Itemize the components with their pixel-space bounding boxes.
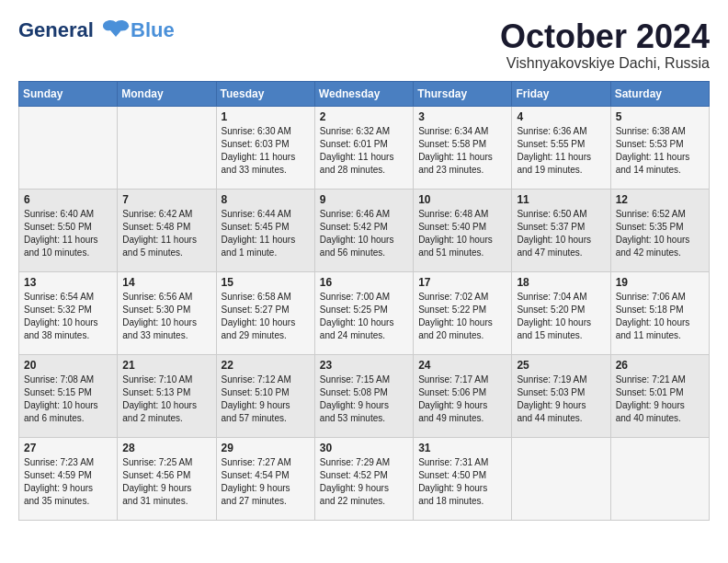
day-info: Sunrise: 7:06 AM Sunset: 5:18 PM Dayligh… — [616, 291, 704, 342]
day-info: Sunrise: 6:30 AM Sunset: 6:03 PM Dayligh… — [222, 125, 310, 177]
calendar-cell: 21Sunrise: 7:10 AM Sunset: 5:13 PM Dayli… — [118, 354, 216, 437]
calendar-week-row: 1Sunrise: 6:30 AM Sunset: 6:03 PM Daylig… — [19, 106, 710, 189]
day-number: 31 — [418, 442, 506, 454]
day-number: 1 — [222, 110, 310, 123]
calendar-cell — [19, 106, 118, 189]
day-info: Sunrise: 6:54 AM Sunset: 5:32 PM Dayligh… — [24, 291, 112, 342]
day-number: 24 — [418, 359, 506, 372]
day-info: Sunrise: 7:19 AM Sunset: 5:03 PM Dayligh… — [517, 373, 605, 425]
day-number: 17 — [418, 276, 506, 289]
calendar-week-row: 13Sunrise: 6:54 AM Sunset: 5:32 PM Dayli… — [19, 271, 710, 354]
calendar-cell: 30Sunrise: 7:29 AM Sunset: 4:52 PM Dayli… — [314, 437, 413, 520]
day-info: Sunrise: 7:31 AM Sunset: 4:50 PM Dayligh… — [418, 456, 506, 508]
day-number: 18 — [517, 276, 605, 289]
day-info: Sunrise: 7:04 AM Sunset: 5:20 PM Dayligh… — [517, 291, 605, 342]
weekday-header: Sunday — [19, 81, 118, 106]
calendar-cell: 15Sunrise: 6:58 AM Sunset: 5:27 PM Dayli… — [216, 271, 314, 354]
logo-bird-icon — [101, 18, 131, 44]
location-text: Vishnyakovskiye Dachi, Russia — [500, 55, 710, 72]
day-number: 27 — [24, 442, 112, 454]
calendar-cell: 25Sunrise: 7:19 AM Sunset: 5:03 PM Dayli… — [512, 354, 610, 437]
weekday-header: Monday — [118, 81, 216, 106]
calendar-cell: 9Sunrise: 6:46 AM Sunset: 5:42 PM Daylig… — [314, 189, 413, 271]
calendar-cell: 19Sunrise: 7:06 AM Sunset: 5:18 PM Dayli… — [610, 271, 709, 354]
calendar-table: SundayMondayTuesdayWednesdayThursdayFrid… — [18, 81, 710, 521]
calendar-cell: 27Sunrise: 7:23 AM Sunset: 4:59 PM Dayli… — [19, 437, 118, 520]
calendar-cell: 2Sunrise: 6:32 AM Sunset: 6:01 PM Daylig… — [314, 106, 413, 189]
calendar-cell: 28Sunrise: 7:25 AM Sunset: 4:56 PM Dayli… — [118, 437, 216, 520]
calendar-cell: 8Sunrise: 6:44 AM Sunset: 5:45 PM Daylig… — [216, 189, 314, 271]
weekday-header: Friday — [512, 81, 610, 106]
day-number: 10 — [418, 193, 506, 206]
page-header: General Blue October 2024 Vishnyakovskiy… — [18, 18, 710, 72]
calendar-cell: 10Sunrise: 6:48 AM Sunset: 5:40 PM Dayli… — [414, 189, 512, 271]
calendar-cell: 17Sunrise: 7:02 AM Sunset: 5:22 PM Dayli… — [414, 271, 512, 354]
day-number: 21 — [122, 359, 210, 372]
logo-blue-text: Blue — [131, 19, 175, 41]
calendar-cell: 7Sunrise: 6:42 AM Sunset: 5:48 PM Daylig… — [118, 189, 216, 271]
day-number: 22 — [222, 359, 310, 372]
calendar-cell: 20Sunrise: 7:08 AM Sunset: 5:15 PM Dayli… — [19, 354, 118, 437]
day-number: 28 — [122, 442, 210, 454]
day-info: Sunrise: 6:36 AM Sunset: 5:55 PM Dayligh… — [517, 125, 605, 177]
weekday-header: Wednesday — [314, 81, 413, 106]
day-info: Sunrise: 6:38 AM Sunset: 5:53 PM Dayligh… — [616, 125, 704, 177]
day-info: Sunrise: 6:56 AM Sunset: 5:30 PM Dayligh… — [122, 291, 210, 342]
calendar-cell: 12Sunrise: 6:52 AM Sunset: 5:35 PM Dayli… — [610, 189, 709, 271]
day-number: 19 — [616, 276, 704, 289]
weekday-header: Saturday — [610, 81, 709, 106]
calendar-cell: 14Sunrise: 6:56 AM Sunset: 5:30 PM Dayli… — [118, 271, 216, 354]
day-info: Sunrise: 7:21 AM Sunset: 5:01 PM Dayligh… — [616, 373, 704, 425]
day-info: Sunrise: 7:15 AM Sunset: 5:08 PM Dayligh… — [320, 373, 408, 425]
calendar-cell: 1Sunrise: 6:30 AM Sunset: 6:03 PM Daylig… — [216, 106, 314, 189]
day-info: Sunrise: 7:27 AM Sunset: 4:54 PM Dayligh… — [222, 456, 310, 508]
calendar-cell: 23Sunrise: 7:15 AM Sunset: 5:08 PM Dayli… — [314, 354, 413, 437]
calendar-cell: 16Sunrise: 7:00 AM Sunset: 5:25 PM Dayli… — [314, 271, 413, 354]
day-number: 16 — [320, 276, 408, 289]
day-info: Sunrise: 6:50 AM Sunset: 5:37 PM Dayligh… — [517, 208, 605, 259]
calendar-week-row: 6Sunrise: 6:40 AM Sunset: 5:50 PM Daylig… — [19, 189, 710, 271]
calendar-body: 1Sunrise: 6:30 AM Sunset: 6:03 PM Daylig… — [19, 106, 710, 520]
day-number: 11 — [517, 193, 605, 206]
day-number: 13 — [24, 276, 112, 289]
calendar-cell: 29Sunrise: 7:27 AM Sunset: 4:54 PM Dayli… — [216, 437, 314, 520]
day-number: 20 — [24, 359, 112, 372]
day-info: Sunrise: 7:23 AM Sunset: 4:59 PM Dayligh… — [24, 456, 112, 508]
calendar-cell: 26Sunrise: 7:21 AM Sunset: 5:01 PM Dayli… — [610, 354, 709, 437]
day-number: 7 — [122, 193, 210, 206]
day-info: Sunrise: 6:48 AM Sunset: 5:40 PM Dayligh… — [418, 208, 506, 259]
weekday-header: Thursday — [414, 81, 512, 106]
calendar-cell: 4Sunrise: 6:36 AM Sunset: 5:55 PM Daylig… — [512, 106, 610, 189]
day-number: 12 — [616, 193, 704, 206]
day-number: 26 — [616, 359, 704, 372]
weekday-row: SundayMondayTuesdayWednesdayThursdayFrid… — [19, 81, 710, 106]
logo-text: General — [18, 18, 131, 44]
day-info: Sunrise: 6:40 AM Sunset: 5:50 PM Dayligh… — [24, 208, 112, 259]
day-number: 23 — [320, 359, 408, 372]
day-info: Sunrise: 7:17 AM Sunset: 5:06 PM Dayligh… — [418, 373, 506, 425]
logo: General Blue — [18, 18, 175, 44]
day-number: 8 — [222, 193, 310, 206]
calendar-week-row: 27Sunrise: 7:23 AM Sunset: 4:59 PM Dayli… — [19, 437, 710, 520]
day-info: Sunrise: 7:10 AM Sunset: 5:13 PM Dayligh… — [122, 373, 210, 425]
day-number: 6 — [24, 193, 112, 206]
day-info: Sunrise: 7:12 AM Sunset: 5:10 PM Dayligh… — [222, 373, 310, 425]
calendar-cell: 31Sunrise: 7:31 AM Sunset: 4:50 PM Dayli… — [414, 437, 512, 520]
calendar-cell — [118, 106, 216, 189]
day-number: 2 — [320, 110, 408, 123]
day-number: 29 — [222, 442, 310, 454]
day-info: Sunrise: 6:44 AM Sunset: 5:45 PM Dayligh… — [222, 208, 310, 259]
day-info: Sunrise: 7:02 AM Sunset: 5:22 PM Dayligh… — [418, 291, 506, 342]
day-info: Sunrise: 7:00 AM Sunset: 5:25 PM Dayligh… — [320, 291, 408, 342]
calendar-cell — [610, 437, 709, 520]
day-info: Sunrise: 6:32 AM Sunset: 6:01 PM Dayligh… — [320, 125, 408, 177]
calendar-cell: 18Sunrise: 7:04 AM Sunset: 5:20 PM Dayli… — [512, 271, 610, 354]
calendar-cell: 22Sunrise: 7:12 AM Sunset: 5:10 PM Dayli… — [216, 354, 314, 437]
calendar-cell — [512, 437, 610, 520]
calendar-week-row: 20Sunrise: 7:08 AM Sunset: 5:15 PM Dayli… — [19, 354, 710, 437]
calendar-header: SundayMondayTuesdayWednesdayThursdayFrid… — [19, 81, 710, 106]
day-number: 25 — [517, 359, 605, 372]
weekday-header: Tuesday — [216, 81, 314, 106]
day-info: Sunrise: 6:42 AM Sunset: 5:48 PM Dayligh… — [122, 208, 210, 259]
calendar-cell: 6Sunrise: 6:40 AM Sunset: 5:50 PM Daylig… — [19, 189, 118, 271]
